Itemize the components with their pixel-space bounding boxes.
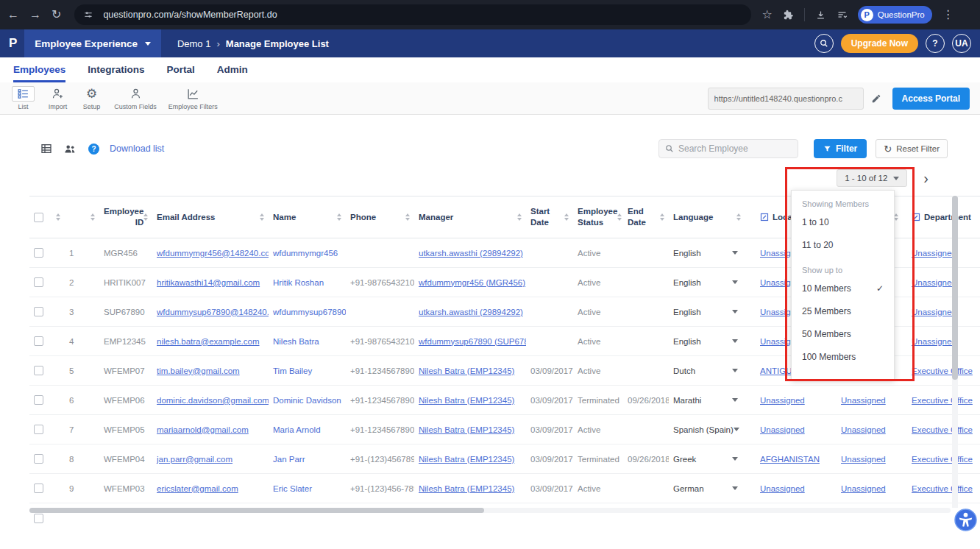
department-link[interactable]: Unassigned [912, 337, 956, 346]
department-link[interactable]: Unassigned [912, 249, 956, 258]
row-checkbox[interactable] [34, 454, 43, 464]
accessibility-widget[interactable] [954, 509, 977, 531]
email-link[interactable]: wfdummymgr456@148240.com [157, 249, 269, 258]
edit-column-icon[interactable] [760, 213, 769, 222]
department-link[interactable]: Executive Office [912, 396, 973, 405]
filter-button[interactable]: Filter [814, 139, 867, 158]
email-link[interactable]: tim.bailey@gmail.com [157, 366, 240, 375]
language-dropdown[interactable]: English [669, 238, 745, 267]
tool-import[interactable]: Import [40, 84, 75, 113]
name-link[interactable]: Dominic Davidson [273, 396, 341, 405]
menu-item-100-members[interactable]: 100 Members [792, 346, 894, 369]
site-settings-icon[interactable] [83, 10, 93, 20]
name-link[interactable]: Hritik Roshan [273, 278, 324, 287]
sort-icon[interactable] [337, 213, 341, 221]
division-link[interactable]: Unassigned [841, 396, 886, 405]
team-icon[interactable] [64, 143, 77, 155]
division-link[interactable]: Unassigned [841, 425, 886, 434]
location-link[interactable]: AFGHANISTAN [760, 455, 820, 464]
row-checkbox[interactable] [34, 425, 43, 434]
avatar[interactable]: UA [952, 34, 971, 53]
edit-column-icon[interactable] [912, 213, 920, 222]
download-list-link[interactable]: Download list [110, 144, 164, 154]
location-link[interactable]: Unassigned [760, 396, 805, 405]
language-dropdown[interactable]: Marathi [669, 386, 745, 414]
bookmark-star-icon[interactable]: ☆ [761, 9, 772, 21]
language-dropdown[interactable]: English [669, 268, 745, 297]
url-bar[interactable]: questionpro.com/a/showMemberReport.do [74, 4, 751, 25]
manager-link[interactable]: utkarsh.awasthi (29894292) [419, 308, 523, 316]
sort-icon[interactable] [90, 213, 95, 221]
menu-item-11-to-20[interactable]: 11 to 20 [792, 234, 894, 257]
tab-admin[interactable]: Admin [217, 60, 248, 82]
language-dropdown[interactable]: Greek [669, 444, 745, 473]
manager-link[interactable]: Nilesh Batra (EMP12345) [419, 425, 514, 434]
email-link[interactable]: wfdummysup67890@148240.com [157, 308, 269, 316]
name-link[interactable]: wfdummysup67890 [273, 308, 346, 316]
horizontal-scrollbar[interactable] [29, 508, 951, 513]
menu-item-50-members[interactable]: 50 Members [792, 323, 894, 346]
email-link[interactable]: hritikawasthi14@gmail.com [157, 278, 260, 287]
email-link[interactable]: dominic.davidson@gmail.com [157, 396, 269, 405]
division-link[interactable]: Unassigned [841, 484, 886, 493]
search-icon[interactable] [814, 34, 834, 53]
department-link[interactable]: Executive Office [912, 484, 973, 493]
reset-filter-button[interactable]: ↻ Reset Filter [876, 139, 948, 158]
help-button[interactable]: ? [926, 34, 945, 53]
breadcrumb-parent[interactable]: Demo 1 [177, 38, 211, 49]
tool-custom-fields[interactable]: Custom Fields [108, 84, 163, 113]
menu-item-10-members[interactable]: 10 Members ✓ [792, 277, 894, 300]
email-link[interactable]: mariaarnold@gmail.com [157, 425, 249, 434]
horizontal-scrollbar-thumb[interactable] [29, 508, 484, 513]
search-employee-input[interactable] [678, 144, 789, 154]
name-link[interactable]: Eric Slater [273, 484, 312, 493]
row-checkbox[interactable] [34, 336, 43, 346]
sort-icon[interactable] [736, 213, 741, 221]
language-dropdown[interactable]: Spanish (Spain) [669, 415, 745, 444]
row-checkbox[interactable] [34, 248, 43, 258]
row-checkbox[interactable] [34, 484, 43, 493]
row-checkbox[interactable] [34, 277, 43, 287]
downloads-icon[interactable] [815, 10, 826, 21]
tool-employee-filters[interactable]: Employee Filters [163, 84, 224, 113]
menu-item-1-to-10[interactable]: 1 to 10 [792, 211, 894, 234]
select-all-checkbox[interactable] [34, 213, 43, 222]
division-link[interactable]: Unassigned [841, 455, 886, 464]
sort-icon[interactable] [517, 213, 522, 221]
row-checkbox[interactable] [34, 395, 43, 405]
forward-icon[interactable]: → [29, 9, 41, 21]
language-dropdown[interactable]: English [669, 297, 745, 326]
manager-link[interactable]: Nilesh Batra (EMP12345) [419, 396, 514, 405]
reload-icon[interactable]: ↻ [52, 9, 61, 21]
name-link[interactable]: Jan Parr [273, 455, 305, 464]
location-link[interactable]: Unassigned [760, 484, 805, 493]
tab-employees[interactable]: Employees [13, 60, 65, 82]
back-icon[interactable]: ← [7, 9, 19, 21]
department-link[interactable]: Unassigned [912, 278, 956, 287]
view-toggle-icon[interactable] [40, 143, 52, 155]
access-portal-button[interactable]: Access Portal [892, 88, 970, 110]
name-link[interactable]: Maria Arnold [273, 425, 321, 434]
manager-link[interactable]: Nilesh Batra (EMP12345) [419, 455, 514, 464]
name-link[interactable]: Nilesh Batra [273, 337, 319, 346]
vertical-scrollbar[interactable] [952, 196, 958, 508]
manager-link[interactable]: Nilesh Batra (EMP12345) [419, 484, 514, 493]
sort-icon[interactable] [56, 213, 60, 221]
name-link[interactable]: wfdummymgr456 [273, 249, 338, 258]
manager-link[interactable]: wfdummysup67890 (SUP67890) [419, 337, 526, 346]
sort-icon[interactable] [564, 213, 569, 221]
next-page-button[interactable]: › [923, 171, 928, 185]
department-link[interactable]: Executive Office [912, 455, 973, 464]
name-link[interactable]: Tim Bailey [273, 366, 312, 375]
row-checkbox[interactable] [34, 514, 43, 523]
row-checkbox[interactable] [34, 366, 43, 375]
sort-icon[interactable] [617, 213, 622, 221]
manager-link[interactable]: wfdummymgr456 (MGR456) [419, 278, 525, 287]
upgrade-now-button[interactable]: Upgrade Now [841, 34, 918, 53]
extensions-icon[interactable] [783, 10, 794, 21]
email-link[interactable]: ericslater@gmail.com [157, 484, 238, 493]
sort-icon[interactable] [260, 213, 264, 221]
email-link[interactable]: nilesh.batra@example.com [157, 337, 260, 346]
tab-portal[interactable]: Portal [167, 60, 195, 82]
sort-icon[interactable] [405, 213, 410, 221]
